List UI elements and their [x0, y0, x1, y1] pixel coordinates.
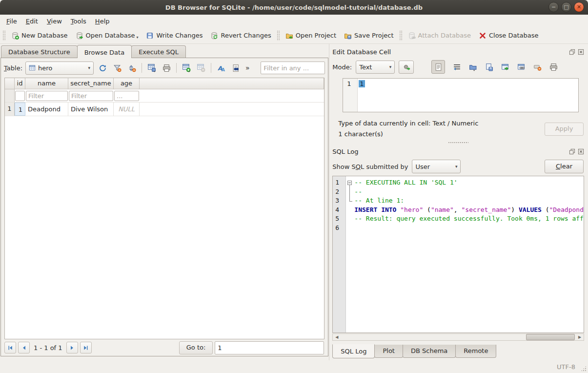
- database-attach-icon: [408, 32, 416, 40]
- previous-page-button[interactable]: [18, 342, 30, 353]
- filter-name-input[interactable]: [26, 91, 68, 101]
- open-project-button[interactable]: Open Project: [282, 30, 340, 41]
- row-number-header[interactable]: 1: [5, 103, 15, 116]
- cell-age-null[interactable]: NULL: [114, 103, 140, 116]
- resize-grip[interactable]: [581, 366, 587, 372]
- word-wrap-icon[interactable]: [453, 63, 461, 71]
- dock-splitter-handle[interactable]: [332, 140, 584, 145]
- dock-tab-bar: SQL Log Plot DB Schema Remote: [332, 341, 584, 360]
- column-header-age[interactable]: age: [114, 78, 140, 89]
- menu-help[interactable]: Help: [91, 16, 114, 26]
- import-text-icon[interactable]: [469, 63, 477, 71]
- tab-database-structure[interactable]: Database Structure: [1, 45, 78, 58]
- close-dock-icon[interactable]: [577, 48, 584, 55]
- filter-id-input[interactable]: [15, 91, 25, 101]
- print-cell-icon[interactable]: [549, 63, 558, 71]
- column-header-name[interactable]: name: [25, 78, 68, 89]
- horizontal-scrollbar[interactable]: ◀ ▶: [332, 333, 584, 341]
- chevron-down-icon: ▾: [389, 64, 392, 69]
- browse-data-panel: Database Structure Browse Data Execute S…: [0, 44, 329, 360]
- float-dock-icon[interactable]: [568, 48, 575, 55]
- copy-link-icon[interactable]: [517, 63, 526, 71]
- maximize-button[interactable]: □: [561, 2, 571, 12]
- sql-log-editor[interactable]: 1 2 3 4 5 6 -- EXECUTING ALL IN 'SQL 1' …: [332, 176, 584, 333]
- open-database-dropdown-caret[interactable]: ▾: [136, 35, 138, 40]
- write-changes-button[interactable]: Write Changes: [142, 30, 206, 41]
- tab-db-schema[interactable]: DB Schema: [403, 345, 456, 358]
- fold-collapse-icon[interactable]: [347, 181, 352, 185]
- tab-remote[interactable]: Remote: [455, 345, 496, 358]
- tab-sql-log[interactable]: SQL Log: [332, 344, 375, 358]
- goto-button[interactable]: Go to:: [179, 341, 213, 354]
- open-in-external-app-icon[interactable]: [501, 63, 509, 71]
- print-table-button[interactable]: [161, 62, 172, 74]
- font-settings-button[interactable]: AA: [215, 62, 227, 74]
- window-title: DB Browser for SQLite - /home/user/code/…: [0, 4, 588, 11]
- table-label: Table:: [4, 64, 22, 72]
- new-database-button[interactable]: New Database: [7, 30, 72, 41]
- scroll-right-icon[interactable]: ▶: [576, 334, 584, 340]
- toolbar-drag-handle[interactable]: [2, 30, 6, 41]
- clear-filters-button[interactable]: [111, 62, 123, 74]
- delete-record-button[interactable]: [195, 62, 207, 74]
- cell-id[interactable]: 1: [15, 103, 25, 116]
- close-database-button[interactable]: Close Database: [475, 30, 543, 41]
- minimize-button[interactable]: −: [548, 2, 559, 12]
- text-mode-toggle-button[interactable]: [431, 60, 445, 74]
- last-page-button[interactable]: [80, 342, 92, 353]
- save-table-button[interactable]: [146, 62, 158, 74]
- toolbar-drag-handle[interactable]: [399, 30, 403, 41]
- auto-switch-mode-button[interactable]: [399, 61, 414, 74]
- attach-database-button[interactable]: Attach Database: [404, 30, 475, 41]
- scroll-left-icon[interactable]: ◀: [333, 334, 341, 340]
- column-header-id[interactable]: id: [15, 78, 25, 89]
- close-dock-icon[interactable]: [577, 148, 584, 155]
- dock-area: Edit Database Cell Mode: Text ▾: [329, 44, 588, 360]
- menu-view[interactable]: View: [42, 16, 66, 26]
- cell-editor[interactable]: 1 1: [343, 78, 579, 112]
- apply-button[interactable]: Apply: [545, 123, 584, 136]
- grid-corner-cell[interactable]: [5, 78, 15, 89]
- menu-edit[interactable]: Edit: [21, 16, 42, 26]
- export-text-icon[interactable]: [485, 63, 493, 71]
- cell-name[interactable]: Deadpond: [25, 103, 68, 116]
- menu-file[interactable]: File: [2, 16, 21, 26]
- toolbar-overflow-chevron[interactable]: »: [245, 64, 250, 72]
- tab-plot[interactable]: Plot: [374, 345, 403, 358]
- insert-record-button[interactable]: [181, 62, 192, 74]
- clear-sorting-button[interactable]: [126, 62, 138, 74]
- set-null-icon[interactable]: [533, 63, 542, 71]
- table-combobox[interactable]: hero ▾: [25, 62, 94, 75]
- mode-combobox[interactable]: Text ▾: [356, 61, 395, 74]
- float-dock-icon[interactable]: [568, 148, 575, 155]
- scrollbar-thumb[interactable]: [526, 334, 575, 340]
- document-icon: [434, 63, 443, 71]
- close-button[interactable]: ✕: [574, 2, 584, 12]
- filter-any-column-input[interactable]: [261, 62, 325, 74]
- refresh-button[interactable]: [97, 62, 108, 74]
- log-line: [354, 224, 584, 233]
- toolbar-drag-handle[interactable]: [277, 30, 280, 41]
- sql-log-line-numbers: 1 2 3 4 5 6: [333, 176, 346, 332]
- goto-record-input[interactable]: [215, 341, 324, 354]
- sql-source-combobox[interactable]: User ▾: [412, 160, 461, 173]
- filter-age-input[interactable]: [114, 91, 139, 101]
- clear-log-button[interactable]: Clear: [545, 160, 584, 173]
- save-project-button[interactable]: Save Project: [340, 30, 398, 41]
- menu-tools[interactable]: Tools: [66, 16, 91, 26]
- tab-execute-sql[interactable]: Execute SQL: [131, 45, 186, 58]
- filter-secret-name-cell: [68, 91, 114, 101]
- column-header-secret-name[interactable]: secret_name: [68, 78, 114, 89]
- window-controls: − □ ✕: [548, 2, 584, 12]
- find-in-table-button[interactable]: [230, 62, 242, 74]
- revert-changes-button[interactable]: Revert Changes: [206, 30, 275, 41]
- open-database-button[interactable]: Open Database ▾: [72, 30, 142, 41]
- filter-secret-name-input[interactable]: [69, 91, 113, 101]
- cell-editor-content[interactable]: 1: [359, 80, 365, 87]
- cell-secret-name[interactable]: Dive Wilson: [68, 103, 114, 116]
- toolbar-separator: [211, 63, 211, 73]
- first-page-button[interactable]: [4, 342, 16, 353]
- next-page-button[interactable]: [66, 342, 78, 353]
- tab-browse-data[interactable]: Browse Data: [77, 45, 132, 58]
- cell-info-row: Type of data currently in cell: Text / N…: [338, 118, 584, 140]
